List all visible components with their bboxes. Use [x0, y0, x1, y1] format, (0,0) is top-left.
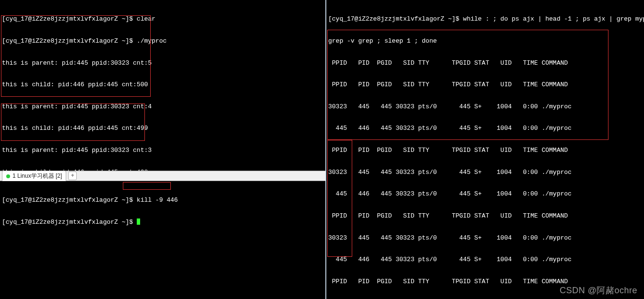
terminal-tab[interactable]: 1 Linux学习机器 [2] [2, 171, 66, 181]
watermark: CSDN @阿赭ochre [560, 285, 637, 296]
cmd-loop: while : ; do ps ajx | head -1 ; ps ajx |… [463, 15, 644, 23]
terminal-top[interactable]: [cyq_17@iZ2ze8jzzjmtxlvfxlagorZ ~]$ clea… [0, 0, 325, 171]
prompt: [cyq_17@iZ2ze8jzzjmtxlvfxlagorZ ~]$ [328, 15, 459, 23]
ps-row: 30323 445 445 30323 pts/0 445 S+ 1004 0:… [328, 103, 642, 110]
status-dot-icon [6, 174, 10, 178]
prompt: [cyq_17@iZ2ze8jzzjmtxlvfxlagorZ ~]$ [2, 15, 133, 23]
ps-row: 445 446 445 30323 pts/0 445 S+ 1004 0:00… [328, 125, 642, 132]
ps-header: PPID PID PGID SID TTY TPGID STAT UID TIM… [328, 212, 642, 219]
cmd-clear: clear [137, 15, 155, 23]
tab-label: 1 Linux学习机器 [2] [12, 172, 62, 180]
tab-bar: 1 Linux学习机器 [2] + [0, 171, 325, 181]
annotation-box [123, 182, 171, 190]
out: this is parent: pid:445 ppid:30323 cnt:5 [2, 59, 323, 67]
ps-header: PPID PID PGID SID TTY TPGID STAT UID TIM… [328, 147, 642, 154]
out: this is parent: pid:445 ppid:30323 cnt:4 [2, 103, 323, 110]
terminal-right[interactable]: [cyq_17@iZ2ze8jzzjmtxlvfxlagorZ ~]$ whil… [326, 0, 644, 299]
ps-header: PPID PID PGID SID TTY TPGID STAT UID TIM… [328, 278, 642, 285]
ps-row: 30323 445 445 30323 pts/0 445 S+ 1004 0:… [328, 169, 642, 176]
cmd-loop-cont: grep -v grep ; sleep 1 ; done [328, 37, 642, 45]
prompt: [cyq_17@iZ2ze8jzzjmtxlvfxlagorZ ~]$ [2, 37, 133, 45]
new-tab-button[interactable]: + [68, 172, 77, 180]
terminal-bottom[interactable]: [cyq_17@iZ2ze8jzzjmtxlvfxlagorZ ~]$ kill… [0, 181, 325, 299]
prompt: [cyq_17@iZ2ze8jzzjmtxlvfxlagorZ ~]$ [2, 196, 133, 204]
cursor-icon [137, 218, 140, 225]
left-column: [cyq_17@iZ2ze8jzzjmtxlvfxlagorZ ~]$ clea… [0, 0, 326, 299]
ps-row: 445 446 445 30323 pts/0 445 S+ 1004 0:00… [328, 256, 642, 263]
out: this is child: pid:446 ppid:445 cnt:500 [2, 81, 323, 88]
prompt: [cyq_17@iZ2ze8jzzjmtxlvfxlagorZ ~]$ [2, 218, 133, 226]
layout: [cyq_17@iZ2ze8jzzjmtxlvfxlagorZ ~]$ clea… [0, 0, 644, 299]
out: this is child: pid:446 ppid:445 cnt:498 [2, 169, 323, 171]
out: this is child: pid:446 ppid:445 cnt:499 [2, 125, 323, 132]
ps-row: 30323 445 445 30323 pts/0 445 S+ 1004 0:… [328, 234, 642, 242]
ps-row: 445 446 445 30323 pts/0 445 S+ 1004 0:00… [328, 190, 642, 197]
ps-header: PPID PID PGID SID TTY TPGID STAT UID TIM… [328, 81, 642, 88]
cmd-kill: kill -9 446 [137, 196, 178, 204]
ps-header: PPID PID PGID SID TTY TPGID STAT UID TIM… [328, 59, 642, 67]
out: this is parent: pid:445 ppid:30323 cnt:3 [2, 147, 323, 154]
cmd-run: ./myproc [137, 37, 167, 45]
